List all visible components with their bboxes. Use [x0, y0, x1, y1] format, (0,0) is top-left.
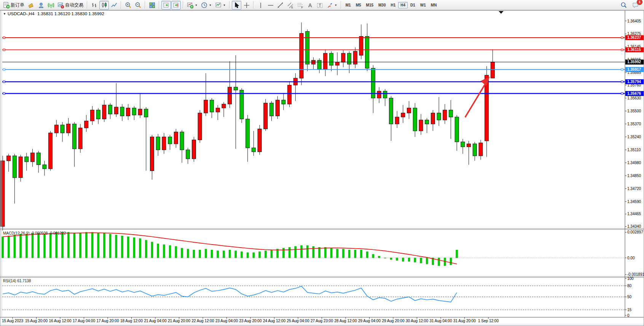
svg-text:1.35794: 1.35794	[627, 80, 641, 84]
tile-windows-button[interactable]	[147, 1, 157, 10]
rsi-axis-label: 80	[627, 284, 632, 288]
time-axis-label: 29 Aug 04:00	[358, 319, 381, 323]
toolbar-separator	[183, 1, 183, 9]
chart-canvas[interactable]: 1.364051.362751.361451.360151.358851.357…	[0, 10, 644, 326]
time-axis-label: 28 Aug 12:00	[335, 319, 357, 323]
timeframe-m5-button[interactable]: M5	[354, 2, 363, 8]
svg-text:1.35676: 1.35676	[627, 91, 641, 96]
cursor-button[interactable]	[232, 1, 241, 10]
price-axis-label: 1.35500	[627, 109, 641, 113]
time-axis-label: 27 Aug 23:00	[311, 319, 333, 323]
arrows-button[interactable]: ▼	[325, 1, 339, 10]
window-bottom-strip	[0, 324, 644, 326]
fibonacci-button[interactable]: F	[295, 1, 305, 10]
macd-axis-label: 0.00	[627, 256, 635, 260]
new-order-icon	[3, 2, 10, 8]
ohlc-label: 1.35831 1.36120 1.35830 1.35992	[37, 11, 104, 16]
time-axis-label: 31 Aug 20:00	[453, 319, 476, 323]
new-order-button[interactable]: 新订单	[2, 1, 26, 10]
channel-icon: E	[287, 2, 293, 8]
chevron-down-icon: ▼	[223, 4, 226, 6]
price-axis-label: 1.34340	[627, 224, 641, 229]
toolbar: 新订单自动交易▼▼▼EFAT▼M1M5M15M30H1H4D1W1MN1	[0, 0, 644, 10]
time-axis-label: 22 Aug 12:00	[192, 319, 214, 323]
templates-button[interactable]: ▼	[214, 1, 227, 10]
autotrade-icon	[57, 2, 64, 8]
price-badge: 1.35917	[625, 67, 644, 72]
timeframe-m15-button[interactable]: M15	[364, 2, 376, 8]
price-axis-label: 1.34465	[627, 212, 641, 216]
indicators-button[interactable]: ▼	[185, 1, 199, 10]
price-axis-label: 1.36405	[627, 19, 641, 23]
horn-icon	[28, 2, 34, 8]
timeframe-h1-button[interactable]: H1	[388, 2, 398, 8]
timeframe-m30-button[interactable]: M30	[376, 2, 388, 8]
timeframe-w1-button[interactable]: W1	[418, 2, 428, 8]
time-axis-label: 1 Sep 12:00	[478, 319, 499, 323]
svg-text:T: T	[319, 3, 321, 7]
chevron-down-icon: ▼	[195, 4, 198, 6]
market-watch-button[interactable]	[36, 1, 46, 10]
autotrading-button-label: 自动交易	[65, 2, 83, 8]
search-button[interactable]	[619, 1, 628, 10]
signals-button[interactable]	[46, 1, 56, 10]
timeframe-d1-button[interactable]: D1	[408, 2, 418, 8]
rsi-axis-label: 100	[627, 276, 634, 281]
toolbar-separator	[87, 1, 88, 9]
channel-button[interactable]: E	[285, 1, 295, 10]
candlestick-button[interactable]	[99, 1, 109, 10]
trendline-button[interactable]	[276, 1, 285, 10]
collapse-icon[interactable]: ▼	[3, 12, 6, 16]
fibo-icon: F	[297, 2, 303, 8]
tile-windows-icon	[149, 2, 155, 8]
line-chart-icon	[111, 2, 117, 8]
time-axis-label: 29 Aug 20:00	[382, 319, 405, 323]
line-chart-button[interactable]	[109, 1, 119, 10]
svg-text:1.35992: 1.35992	[627, 60, 641, 64]
price-badge: 1.35676	[625, 91, 644, 96]
auto-scroll-button[interactable]	[161, 1, 171, 10]
time-axis-label: 25 Aug 04:00	[287, 319, 309, 323]
signal-icon	[48, 2, 54, 8]
timeframe-mn-button[interactable]: MN	[429, 2, 439, 8]
toolbar-separator	[229, 1, 230, 9]
auto-scroll-icon	[163, 2, 169, 8]
time-axis-label: 15 Aug 20:00	[25, 319, 48, 323]
price-badge: 1.36237	[625, 35, 644, 40]
zoom-in-button[interactable]	[123, 1, 133, 10]
periods-button[interactable]: ▼	[199, 1, 213, 10]
search-icon	[620, 2, 627, 8]
price-badge: 1.35992	[625, 59, 644, 64]
timeframe-h4-button[interactable]: H4	[398, 2, 408, 8]
symbol-period-label: USDCAD-,H4	[8, 11, 35, 16]
cursor-icon	[233, 2, 240, 8]
chart-title: ▼USDCAD-,H41.35831 1.36120 1.35830 1.359…	[3, 11, 104, 16]
time-axis-label: 23 Aug 20:00	[239, 319, 262, 323]
crosshair-button[interactable]	[242, 1, 251, 10]
vertical-line-button[interactable]	[256, 1, 265, 10]
chevron-down-icon: ▼	[335, 4, 337, 6]
time-axis-label: 23 Aug 04:00	[215, 319, 238, 323]
chart-shift-button[interactable]	[171, 1, 181, 10]
price-axis-label: 1.35370	[627, 122, 641, 126]
svg-text:1.36237: 1.36237	[627, 35, 641, 40]
metaeditor-button[interactable]	[26, 1, 36, 10]
autotrading-button[interactable]: 自动交易	[56, 1, 85, 10]
price-badge: 1.35794	[625, 79, 644, 84]
zoom-out-button[interactable]	[133, 1, 143, 10]
time-axis-label: 31 Aug 04:00	[430, 319, 452, 323]
profile-icon	[38, 2, 44, 8]
label-button[interactable]: T	[315, 1, 325, 10]
horizontal-line-button[interactable]	[266, 1, 275, 10]
text-button[interactable]: A	[305, 1, 315, 10]
toolbar-separator	[121, 1, 121, 9]
timeframe-m1-button[interactable]: M1	[343, 2, 353, 8]
vline-icon	[257, 2, 264, 8]
price-axis-label: 1.34980	[627, 161, 641, 165]
svg-text:E: E	[291, 6, 293, 8]
notifications-button[interactable]: 1	[631, 1, 640, 10]
rsi-axis-label: 50	[627, 295, 632, 299]
price-axis-label: 1.34850	[627, 174, 641, 178]
bar-chart-button[interactable]	[89, 1, 99, 10]
time-axis-label: 17 Aug 04:00	[73, 319, 95, 323]
